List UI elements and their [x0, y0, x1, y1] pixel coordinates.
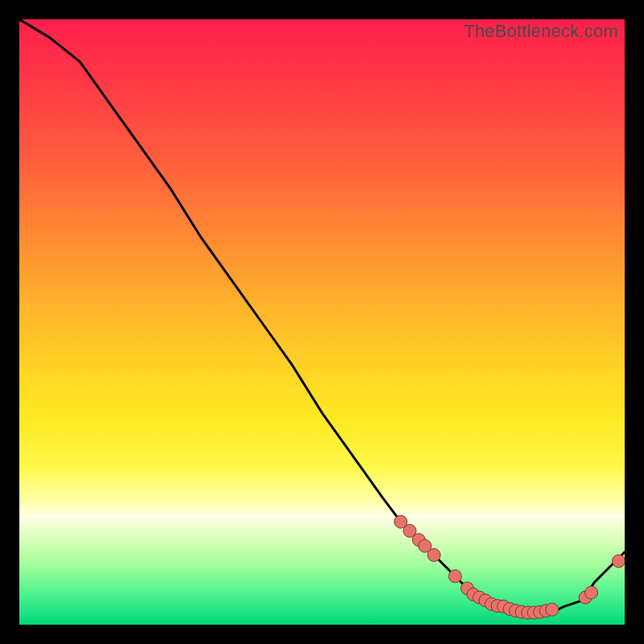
marker-dot	[613, 555, 625, 568]
marker-dot	[448, 570, 461, 583]
bottleneck-line	[19, 19, 625, 613]
curve-path	[19, 19, 625, 613]
marker-dot	[427, 549, 440, 562]
chart-frame: TheBottleneck.com	[0, 0, 644, 644]
marker-dot	[585, 586, 598, 599]
marker-points	[394, 515, 625, 619]
plot-area: TheBottleneck.com	[19, 19, 625, 625]
marker-dot	[546, 603, 559, 616]
watermark-text: TheBottleneck.com	[464, 21, 618, 42]
curve-layer	[19, 19, 625, 625]
